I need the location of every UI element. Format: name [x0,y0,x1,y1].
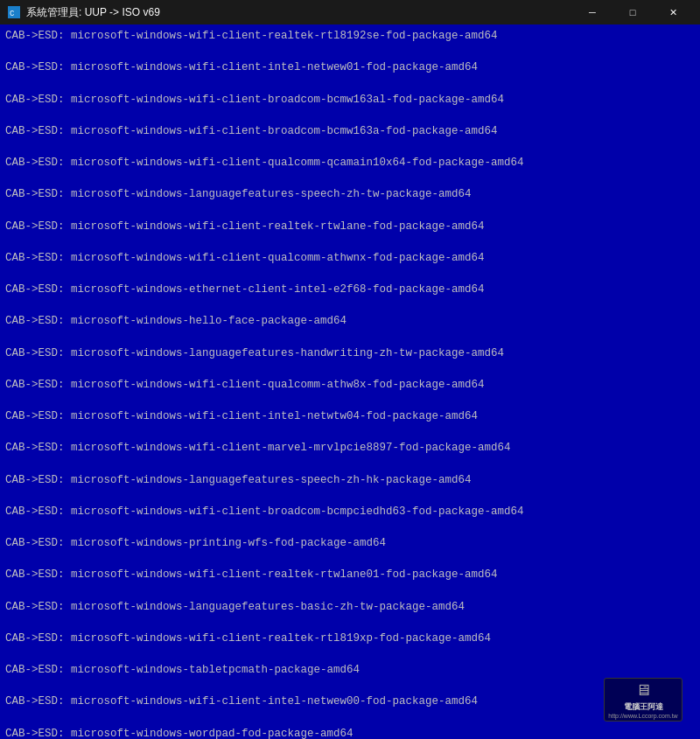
console-line: CAB->ESD: microsoft-windows-wifi-client-… [5,567,695,582]
console-line: CAB->ESD: microsoft-windows-wifi-client-… [5,219,695,234]
console-line: CAB->ESD: microsoft-windows-ethernet-cli… [5,282,695,297]
console-line: CAB->ESD: microsoft-windows-languagefeat… [5,345,695,361]
console-line: CAB->ESD: microsoft-windows-wifi-client-… [5,28,695,44]
watermark-name: 電腦王阿達 [624,701,663,713]
console-line: CAB->ESD: microsoft-windows-wifi-client-… [5,694,695,709]
window-title: 系統管理員: UUP -> ISO v69 [26,5,572,20]
close-button[interactable]: ✕ [653,0,693,24]
console-line: CAB->ESD: microsoft-windows-wifi-client-… [5,59,695,75]
console-line: CAB->ESD: microsoft-windows-languagefeat… [5,599,695,615]
maximize-button[interactable]: □ [612,0,653,24]
console-line: CAB->ESD: microsoft-windows-wifi-client-… [5,92,695,108]
console-line: CAB->ESD: microsoft-windows-wifi-client-… [5,504,695,519]
watermark-url: http://www.Lccorp.com.tw [608,713,677,719]
console-line: CAB->ESD: microsoft-windows-wifi-client-… [5,440,695,456]
window: C 系統管理員: UUP -> ISO v69 ─ □ ✕ CAB->ESD: … [0,0,700,739]
svg-text:C: C [10,10,15,18]
console-output: CAB->ESD: microsoft-windows-wifi-client-… [0,24,700,739]
console-line: CAB->ESD: microsoft-windows-hello-face-p… [5,313,695,329]
cmd-icon: C [7,5,21,19]
console-line: CAB->ESD: microsoft-windows-tabletpcmath… [5,662,695,678]
console-line: CAB->ESD: microsoft-windows-wordpad-fod-… [5,726,695,740]
console-line: CAB->ESD: microsoft-windows-languagefeat… [5,472,695,488]
console-line: CAB->ESD: microsoft-windows-printing-wfs… [5,535,695,551]
watermark: 🖥 電腦王阿達 http://www.Lccorp.com.tw [604,678,682,722]
console-line: CAB->ESD: microsoft-windows-wifi-client-… [5,631,695,646]
console-line: CAB->ESD: microsoft-windows-wifi-client-… [5,123,695,139]
title-controls: ─ □ ✕ [572,0,693,24]
console-line: CAB->ESD: microsoft-windows-wifi-client-… [5,155,695,171]
minimize-button[interactable]: ─ [572,0,612,24]
console-line: CAB->ESD: microsoft-windows-wifi-client-… [5,408,695,424]
console-line: CAB->ESD: microsoft-windows-wifi-client-… [5,250,695,266]
console-line: CAB->ESD: microsoft-windows-languagefeat… [5,186,695,202]
title-bar: C 系統管理員: UUP -> ISO v69 ─ □ ✕ [0,0,700,24]
watermark-icon: 🖥 [635,681,651,700]
console-line: CAB->ESD: microsoft-windows-wifi-client-… [5,377,695,393]
